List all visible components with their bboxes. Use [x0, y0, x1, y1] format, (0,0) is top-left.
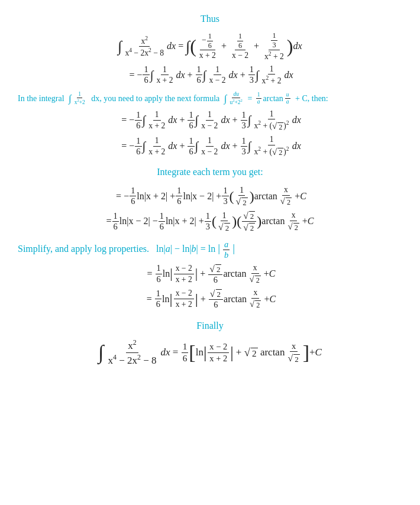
finally-label: Finally	[18, 318, 402, 334]
equation-7: = 16 ln | x − 2 x + 2 | + √26 arctan x √…	[18, 263, 402, 285]
info-line: In the integral ∫ 1x2+2 dx, you need to …	[18, 91, 402, 106]
equation-8: = 16 ln | x − 2 x + 2 | + √26 arctan x √…	[18, 287, 402, 310]
integrate-label: Integrate each term you get:	[18, 164, 402, 180]
equation-1: ∫ x2 x4 − 2x2 − 8 dx = ∫ ( −16 x + 2 + 1…	[18, 31, 402, 61]
page-content: Thus ∫ x2 x4 − 2x2 − 8 dx = ∫ ( −16 x + …	[18, 11, 402, 367]
equation-6: = 16 ln|x − 2| − 16 ln|x + 2| + 13 ( 1√2…	[18, 210, 402, 233]
equation-2: = − 16 ∫ 1 x + 2 dx + 16 ∫ 1 x − 2 dx + …	[18, 64, 402, 86]
equation-4: = − 16 ∫ 1 x + 2 dx + 16 ∫ 1 x − 2 dx + …	[18, 134, 402, 158]
simplify-label: Simplify, and apply log properties. ln|a…	[18, 239, 402, 260]
equation-5: = − 16 ln|x + 2| + 16 ln|x − 2| + 13 ( 1…	[18, 184, 402, 207]
final-equation: ∫ x2 x4 − 2x2 − 8 dx = 16 [ ln | x − 2 x…	[18, 338, 402, 367]
thus-label: Thus	[18, 11, 402, 27]
equation-3: = − 16 ∫ 1 x + 2 dx + 16 ∫ 1 x − 2 dx + …	[18, 109, 402, 132]
